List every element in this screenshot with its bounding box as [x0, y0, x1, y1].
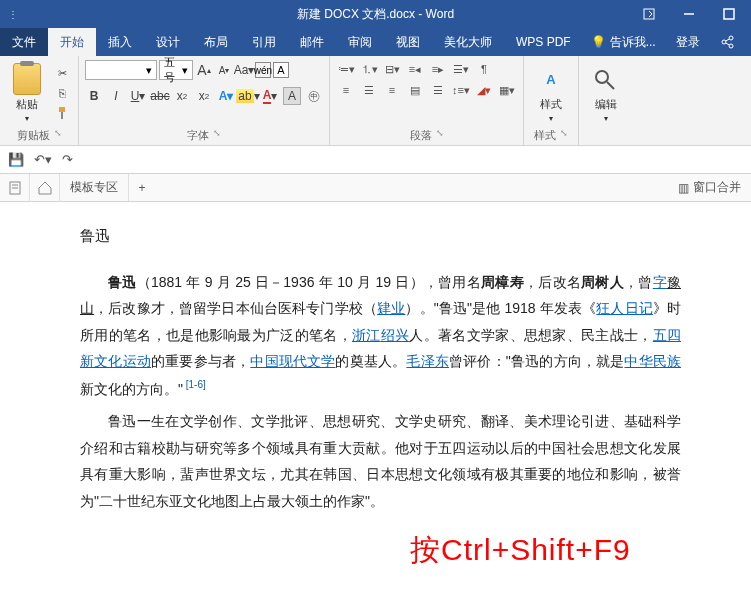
menu-design[interactable]: 设计 — [144, 28, 192, 56]
styles-icon: A — [535, 63, 567, 95]
link-yiye[interactable]: 肄业 — [377, 300, 405, 316]
asian-layout-button[interactable]: ☰▾ — [451, 60, 471, 78]
italic-button[interactable]: I — [107, 87, 125, 105]
quick-access-toolbar: 💾 ↶▾ ↷ — [0, 146, 751, 174]
subscript-button[interactable]: x2 — [173, 87, 191, 105]
menu-review[interactable]: 审阅 — [336, 28, 384, 56]
bold-button[interactable]: B — [85, 87, 103, 105]
paragraph-dialog-launcher[interactable]: ⤡ — [436, 128, 444, 143]
align-center-button[interactable]: ☰ — [359, 81, 379, 99]
group-paragraph: ≔▾ ⒈▾ ⊟▾ ≡◂ ≡▸ ☰▾ ¶ ≡ ☰ ≡ ▤ ☰ ↕≡▾ ◢▾ ▦▾ … — [330, 56, 524, 145]
borders-button[interactable]: ▦▾ — [497, 81, 517, 99]
font-color-button[interactable]: A▾ — [261, 87, 279, 105]
font-size-combo[interactable]: 五号▾ — [159, 60, 193, 80]
menu-insert[interactable]: 插入 — [96, 28, 144, 56]
styles-dialog-launcher[interactable]: ⤡ — [560, 128, 568, 143]
numbering-button[interactable]: ⒈▾ — [359, 60, 379, 78]
char-border-button[interactable]: A — [273, 62, 289, 78]
strikethrough-button[interactable]: abc — [151, 87, 169, 105]
highlight-button[interactable]: ab▾ — [239, 87, 257, 105]
increase-indent-button[interactable]: ≡▸ — [428, 60, 448, 78]
login-button[interactable]: 登录 — [664, 28, 712, 56]
link-mao[interactable]: 毛泽东 — [406, 353, 449, 369]
document-body[interactable]: 鲁迅 鲁迅（1881 年 9 月 25 日－1936 年 10 月 19 日），… — [0, 202, 751, 531]
shrink-font-button[interactable]: A▾ — [215, 61, 233, 79]
distribute-button[interactable]: ☰ — [428, 81, 448, 99]
text-effects-button[interactable]: A▾ — [217, 87, 235, 105]
tab-templates[interactable]: 模板专区 — [60, 174, 129, 201]
char-shading-button[interactable]: A — [283, 87, 301, 105]
decrease-indent-button[interactable]: ≡◂ — [405, 60, 425, 78]
menu-references[interactable]: 引用 — [240, 28, 288, 56]
cut-button[interactable]: ✂ — [52, 64, 72, 82]
svg-rect-2 — [724, 9, 734, 19]
svg-line-7 — [725, 43, 729, 45]
show-marks-button[interactable]: ¶ — [474, 60, 494, 78]
link-zi[interactable]: 字 — [653, 274, 667, 290]
bullets-button[interactable]: ≔▾ — [336, 60, 356, 78]
home-icon[interactable] — [30, 174, 60, 202]
window-merge-label[interactable]: 窗口合并 — [693, 179, 741, 196]
styles-button[interactable]: A 样式 ▾ — [530, 60, 572, 126]
undo-button[interactable]: ↶▾ — [34, 152, 52, 167]
citation-sup[interactable]: [1-6] — [183, 379, 206, 390]
menu-home[interactable]: 开始 — [48, 28, 96, 56]
menu-wps-pdf[interactable]: WPS PDF — [504, 28, 583, 56]
maximize-button[interactable] — [711, 0, 747, 28]
share-icon[interactable] — [712, 28, 742, 56]
menu-view[interactable]: 视图 — [384, 28, 432, 56]
link-diary[interactable]: 狂人日记 — [596, 300, 653, 316]
link-zhonghua[interactable]: 中华民族 — [624, 353, 681, 369]
doc-heading: 鲁迅 — [80, 222, 681, 251]
grow-font-button[interactable]: A▴ — [195, 61, 213, 79]
format-painter-button[interactable] — [52, 104, 72, 122]
qat-handle-icon[interactable]: ⋮ — [8, 9, 18, 20]
window-merge-icon[interactable]: ▥ — [678, 181, 689, 195]
menu-file[interactable]: 文件 — [0, 28, 48, 56]
titlebar: ⋮ 新建 DOCX 文档.docx - Word — [0, 0, 751, 28]
document-title: 新建 DOCX 文档.docx - Word — [297, 6, 454, 23]
lightbulb-icon: 💡 — [591, 35, 606, 49]
font-dialog-launcher[interactable]: ⤡ — [213, 128, 221, 143]
superscript-button[interactable]: x2 — [195, 87, 213, 105]
svg-rect-8 — [59, 107, 65, 112]
find-icon — [592, 67, 620, 95]
group-font: ▾ 五号▾ A▴ A▾ Aа▾ wén A B I U▾ abc x2 x2 A… — [79, 56, 330, 145]
phonetic-guide-button[interactable]: wén — [255, 62, 271, 78]
enclose-chars-button[interactable]: ㊥ — [305, 87, 323, 105]
align-left-button[interactable]: ≡ — [336, 81, 356, 99]
align-right-button[interactable]: ≡ — [382, 81, 402, 99]
annotation-overlay: 按Ctrl+Shift+F9 — [410, 530, 631, 571]
new-tab-button[interactable]: + — [129, 181, 155, 195]
svg-rect-9 — [61, 112, 63, 119]
editing-button[interactable]: 编辑 ▾ — [585, 60, 627, 129]
paste-icon — [13, 63, 41, 95]
copy-button[interactable]: ⎘ — [52, 84, 72, 102]
justify-button[interactable]: ▤ — [405, 81, 425, 99]
multilevel-button[interactable]: ⊟▾ — [382, 60, 402, 78]
link-zhejiang[interactable]: 浙江 — [352, 327, 381, 343]
menu-layout[interactable]: 布局 — [192, 28, 240, 56]
redo-button[interactable]: ↷ — [62, 152, 73, 167]
group-editing: 编辑 ▾ — [579, 56, 633, 145]
shading-button[interactable]: ◢▾ — [474, 81, 494, 99]
group-styles: A 样式 ▾ 样式⤡ — [524, 56, 579, 145]
ribbon-display-options-icon[interactable] — [631, 0, 667, 28]
line-spacing-button[interactable]: ↕≡▾ — [451, 81, 471, 99]
tell-me[interactable]: 💡 告诉我... — [583, 28, 664, 56]
link-modern-lit[interactable]: 中国现代文学 — [250, 353, 335, 369]
tabstrip: 模板专区 + ▥ 窗口合并 — [0, 174, 751, 202]
new-file-icon[interactable] — [0, 174, 30, 202]
link-shaoxing[interactable]: 绍兴 — [381, 327, 410, 343]
menu-beautify[interactable]: 美化大师 — [432, 28, 504, 56]
doc-paragraph-2: 鲁迅一生在文学创作、文学批评、思想研究、文学史研究、翻译、美术理论引进、基础科学… — [80, 408, 681, 514]
clipboard-dialog-launcher[interactable]: ⤡ — [54, 128, 62, 143]
clear-formatting-button[interactable]: Aа▾ — [235, 61, 253, 79]
group-clipboard: 粘贴 ▾ ✂ ⎘ 剪贴板⤡ — [0, 56, 79, 145]
paste-button[interactable]: 粘贴 ▾ — [6, 60, 48, 126]
font-name-combo[interactable]: ▾ — [85, 60, 157, 80]
minimize-button[interactable] — [671, 0, 707, 28]
menu-mailings[interactable]: 邮件 — [288, 28, 336, 56]
underline-button[interactable]: U▾ — [129, 87, 147, 105]
save-icon[interactable]: 💾 — [8, 152, 24, 167]
